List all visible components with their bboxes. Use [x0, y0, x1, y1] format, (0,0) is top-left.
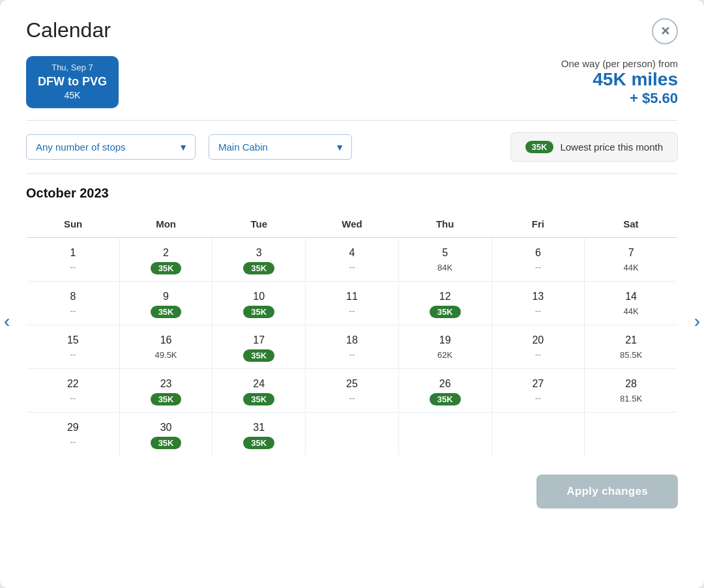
calendar-day-cell[interactable]: 6--	[491, 238, 585, 282]
day-number: 15	[31, 334, 115, 346]
calendar-week-row: 15--1649.5K1735K18--1962K20--2185.5K	[27, 325, 678, 369]
calendar-day-cell[interactable]: 4--	[306, 238, 399, 282]
price-info: One way (per person) from 45K miles + $5…	[561, 58, 678, 107]
flight-route: DFW to PVG	[38, 75, 107, 89]
calendar-day-cell[interactable]: 2335K	[119, 369, 213, 413]
day-number: 18	[310, 334, 394, 346]
calendar-day-cell[interactable]: 935K	[119, 282, 213, 325]
calendar-day-cell[interactable]: 18--	[306, 325, 399, 369]
close-icon: ✕	[660, 24, 670, 38]
calendar-modal: Calendar ✕ Thu, Sep 7 DFW to PVG 45K One…	[0, 0, 704, 588]
next-month-button[interactable]: ›	[688, 308, 704, 334]
price-miles: 45K miles	[561, 69, 678, 90]
prev-month-button[interactable]: ‹	[0, 308, 16, 334]
calendar-day-cell[interactable]: 2635K	[398, 369, 491, 413]
calendar-day-cell[interactable]	[491, 413, 585, 456]
month-title: October 2023	[26, 186, 678, 201]
calendar-day-cell[interactable]: 29--	[27, 413, 120, 456]
calendar-day-cell[interactable]: 11--	[306, 282, 399, 325]
calendar-day-cell[interactable]: 2435K	[213, 369, 306, 413]
day-price: --	[496, 349, 581, 360]
calendar-table: SunMonTueWedThuFriSat 1--235K335K4--584K…	[26, 210, 678, 456]
apply-changes-button[interactable]: Apply changes	[536, 475, 678, 508]
day-number: 21	[589, 334, 673, 346]
calendar-day-cell[interactable]: 1--	[27, 238, 120, 282]
calendar-week-row: 8--935K1035K11--1235K13--1444K	[27, 282, 678, 325]
calendar-body: 1--235K335K4--584K6--744K8--935K1035K11-…	[27, 238, 678, 456]
calendar-day-cell[interactable]: 335K	[213, 238, 306, 282]
day-price: --	[310, 262, 394, 272]
calendar-day-cell[interactable]	[306, 413, 399, 456]
calendar-week-row: 1--235K335K4--584K6--744K	[27, 238, 678, 282]
day-price: 35K	[124, 262, 209, 274]
calendar-header-row: SunMonTueWedThuFriSat	[27, 211, 678, 238]
day-price: 44K	[589, 306, 673, 316]
day-price: 84K	[403, 262, 488, 272]
stops-select[interactable]: Any number of stopsNonstop only1 stop or…	[26, 134, 196, 160]
day-price: 44K	[589, 262, 673, 272]
day-number: 10	[216, 291, 301, 302]
calendar-day-cell[interactable]: 13--	[491, 282, 585, 325]
day-number: 22	[31, 378, 115, 390]
day-number: 26	[403, 378, 488, 390]
calendar-day-cell[interactable]: 15--	[27, 325, 120, 369]
day-price: 35K	[124, 437, 209, 449]
calendar-day-cell[interactable]: 22--	[27, 369, 120, 413]
day-number: 24	[216, 378, 301, 390]
price-from-label: One way (per person) from	[561, 58, 678, 69]
day-price: --	[496, 393, 581, 404]
calendar-day-cell[interactable]: 584K	[398, 238, 491, 282]
day-number: 6	[496, 247, 581, 259]
calendar-day-cell[interactable]: 1444K	[585, 282, 678, 325]
calendar-day-cell[interactable]: 27--	[491, 369, 585, 413]
calendar-day-cell[interactable]: 3035K	[119, 413, 213, 456]
day-price: --	[31, 262, 115, 272]
close-button[interactable]: ✕	[652, 18, 678, 44]
calendar-day-cell[interactable]: 744K	[585, 238, 678, 282]
flight-date: Thu, Sep 7	[38, 63, 107, 72]
day-price: --	[496, 306, 581, 316]
day-number: 1	[31, 247, 115, 259]
filters-row: Any number of stopsNonstop only1 stop or…	[26, 132, 678, 174]
day-number: 28	[589, 378, 673, 390]
day-number: 19	[403, 334, 488, 346]
calendar-day-cell[interactable]: 1035K	[213, 282, 306, 325]
calendar-day-cell[interactable]: 8--	[27, 282, 120, 325]
calendar-day-cell[interactable]: 235K	[119, 238, 213, 282]
calendar-day-header: Wed	[306, 211, 399, 238]
cabin-filter-wrap: Main CabinBusinessFirst ▼	[209, 134, 352, 160]
flight-miles: 45K	[38, 90, 107, 100]
lowest-price-pill: 35K	[525, 141, 554, 153]
day-price: 35K	[403, 393, 488, 405]
calendar-day-cell[interactable]: 1649.5K	[119, 325, 213, 369]
calendar-day-cell[interactable]: 2185.5K	[585, 325, 678, 369]
calendar-day-cell[interactable]: 20--	[491, 325, 585, 369]
stops-filter-wrap: Any number of stopsNonstop only1 stop or…	[26, 134, 196, 160]
day-number: 23	[124, 378, 209, 390]
day-number: 29	[31, 422, 115, 434]
flight-summary: Thu, Sep 7 DFW to PVG 45K One way (per p…	[26, 56, 678, 121]
day-number: 13	[496, 291, 581, 302]
day-price: --	[310, 393, 394, 404]
calendar-day-cell[interactable]	[398, 413, 491, 456]
calendar-day-cell[interactable]: 1962K	[398, 325, 491, 369]
day-price: 35K	[403, 306, 488, 318]
flight-card: Thu, Sep 7 DFW to PVG 45K	[26, 56, 119, 108]
calendar-day-header: Tue	[213, 211, 306, 238]
day-price: --	[310, 349, 394, 360]
calendar-day-cell[interactable]: 3135K	[213, 413, 306, 456]
calendar-day-header: Fri	[491, 211, 585, 238]
day-price: 35K	[216, 349, 301, 362]
calendar-day-cell[interactable]: 1235K	[398, 282, 491, 325]
cabin-select[interactable]: Main CabinBusinessFirst	[209, 134, 352, 160]
day-price: --	[31, 349, 115, 360]
lowest-price-badge: 35K Lowest price this month	[510, 132, 678, 162]
day-price: 81.5K	[589, 393, 673, 404]
calendar-day-cell[interactable]: 2881.5K	[585, 369, 678, 413]
day-number: 17	[216, 334, 301, 346]
calendar-day-cell[interactable]: 25--	[306, 369, 399, 413]
day-number: 27	[496, 378, 581, 390]
calendar-day-cell[interactable]	[585, 413, 678, 456]
calendar-day-cell[interactable]: 1735K	[213, 325, 306, 369]
day-price: 35K	[216, 393, 301, 405]
